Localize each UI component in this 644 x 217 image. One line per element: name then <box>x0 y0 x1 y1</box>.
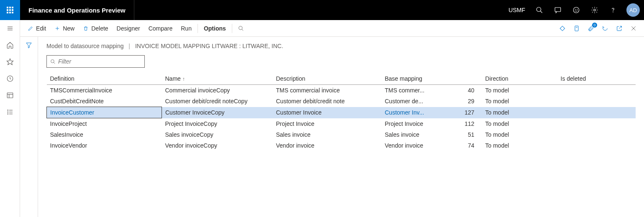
cell-is_deleted[interactable] <box>557 129 636 140</box>
popout-button[interactable] <box>612 22 626 35</box>
run-button[interactable]: Run <box>177 22 196 35</box>
options-button[interactable]: Options <box>200 22 230 35</box>
cell-is_deleted[interactable] <box>557 96 636 107</box>
column-header-description[interactable]: Description <box>273 73 382 85</box>
table-row[interactable]: SalesInvoiceSales invoiceCopySales invoi… <box>47 129 636 140</box>
quick-filter[interactable] <box>46 55 145 68</box>
column-header-name[interactable]: Name↑ <box>162 73 273 85</box>
cell-direction[interactable]: To model <box>482 118 557 130</box>
cell-description[interactable]: Project Invoice <box>273 118 382 130</box>
cell-base_mapping[interactable]: Project Invoice <box>382 118 453 130</box>
cell-name[interactable]: Sales invoiceCopy <box>162 129 273 140</box>
cell-num[interactable]: 127 <box>453 107 482 118</box>
refresh-icon <box>602 25 608 32</box>
delete-label: Delete <box>91 25 108 32</box>
cell-direction[interactable]: To model <box>482 107 557 118</box>
feedback-button[interactable] <box>567 0 585 20</box>
cell-direction[interactable]: To model <box>482 96 557 107</box>
sort-asc-icon: ↑ <box>182 76 185 82</box>
list-icon <box>6 108 14 116</box>
delete-button[interactable]: Delete <box>79 22 112 35</box>
nav-modules-button[interactable] <box>0 104 20 120</box>
nav-favorites-button[interactable] <box>0 54 20 70</box>
nav-workspaces-button[interactable] <box>0 87 20 104</box>
page-options-button[interactable] <box>570 22 584 35</box>
column-header-direction[interactable]: Direction <box>482 73 557 85</box>
cell-num[interactable]: 112 <box>453 118 482 130</box>
action-search-button[interactable] <box>234 22 248 35</box>
table-row[interactable]: TMSCommercialInvoiceCommercial invoiceCo… <box>47 85 636 96</box>
quick-filter-input[interactable] <box>58 58 141 65</box>
cell-direction[interactable]: To model <box>482 129 557 140</box>
cell-num[interactable]: 51 <box>453 129 482 140</box>
cell-description[interactable]: Sales invoice <box>273 129 382 140</box>
nav-recent-button[interactable] <box>0 70 20 87</box>
cell-base_mapping[interactable]: Vendor invoice <box>382 140 453 151</box>
refresh-button[interactable] <box>598 22 612 35</box>
cell-name[interactable]: Project InvoiceCopy <box>162 118 273 130</box>
search-button[interactable] <box>530 0 549 20</box>
cell-num[interactable]: 29 <box>453 96 482 107</box>
cell-name[interactable]: Customer InvoiceCopy <box>162 107 273 118</box>
close-button[interactable] <box>626 22 641 35</box>
svg-point-5 <box>577 9 577 10</box>
table-row[interactable]: InvoiceVendorVendor invoiceCopyVendor in… <box>47 140 636 151</box>
compare-button[interactable]: Compare <box>144 22 177 35</box>
edit-button[interactable]: Edit <box>23 22 50 35</box>
cell-description[interactable]: TMS commercial invoice <box>273 85 382 96</box>
cell-definition[interactable]: CustDebitCreditNote <box>47 96 162 107</box>
table-row[interactable]: InvoiceProjectProject InvoiceCopyProject… <box>47 118 636 130</box>
filter-pane-toggle[interactable] <box>26 42 32 217</box>
designer-label: Designer <box>117 25 140 32</box>
cell-definition[interactable]: InvoiceVendor <box>47 140 162 151</box>
user-avatar[interactable]: AD <box>626 3 640 17</box>
close-icon <box>630 25 637 32</box>
nav-expand-button[interactable] <box>0 20 20 37</box>
cell-description[interactable]: Customer Invoice <box>273 107 382 118</box>
cell-definition[interactable]: TMSCommercialInvoice <box>47 85 162 96</box>
cell-num[interactable]: 40 <box>453 85 482 96</box>
action-pane: Edit New Delete Designer Compare Run Opt… <box>20 20 644 37</box>
help-button[interactable] <box>604 0 622 20</box>
svg-rect-27 <box>575 26 578 31</box>
column-header-is-deleted[interactable]: Is deleted <box>557 73 636 85</box>
cell-base_mapping[interactable]: Sales invoice <box>382 129 453 140</box>
cell-is_deleted[interactable] <box>557 140 636 151</box>
cell-definition[interactable]: InvoiceCustomer <box>47 107 162 118</box>
cell-definition[interactable]: SalesInvoice <box>47 129 162 140</box>
options-label: Options <box>204 25 226 32</box>
cell-definition[interactable]: InvoiceProject <box>47 118 162 130</box>
cell-name[interactable]: Commercial invoiceCopy <box>162 85 273 96</box>
legal-entity-label[interactable]: USMF <box>503 7 530 13</box>
svg-line-1 <box>540 11 542 13</box>
cell-is_deleted[interactable] <box>557 118 636 130</box>
cell-base_mapping[interactable]: TMS commer... <box>382 85 453 96</box>
new-button[interactable]: New <box>50 22 79 35</box>
attachments-button[interactable]: 0 <box>584 22 598 35</box>
cell-description[interactable]: Customer debit/credit note <box>273 96 382 107</box>
cell-description[interactable]: Vendor invoice <box>273 140 382 151</box>
messages-button[interactable] <box>549 0 567 20</box>
cell-base_mapping[interactable]: Customer Inv... <box>382 107 453 118</box>
cell-num[interactable]: 74 <box>453 140 482 151</box>
svg-point-20 <box>8 112 8 112</box>
cell-name[interactable]: Customer debit/credit noteCopy <box>162 96 273 107</box>
cell-base_mapping[interactable]: Customer de... <box>382 96 453 107</box>
column-header-base-mapping[interactable]: Base mapping <box>382 73 482 85</box>
cell-is_deleted[interactable] <box>557 107 636 118</box>
table-row[interactable]: CustDebitCreditNoteCustomer debit/credit… <box>47 96 636 107</box>
app-title: Finance and Operations Preview <box>20 0 134 20</box>
cell-is_deleted[interactable] <box>557 85 636 96</box>
personalize-button[interactable] <box>555 22 570 35</box>
nav-home-button[interactable] <box>0 37 20 54</box>
cell-name[interactable]: Vendor invoiceCopy <box>162 140 273 151</box>
column-header-definition[interactable]: Definition <box>47 73 162 85</box>
table-row[interactable]: InvoiceCustomerCustomer InvoiceCopyCusto… <box>47 107 636 118</box>
mapping-grid: Definition Name↑ Description Base mappin… <box>46 73 636 217</box>
cell-direction[interactable]: To model <box>482 140 557 151</box>
app-launcher-button[interactable] <box>0 0 20 20</box>
designer-button[interactable]: Designer <box>113 22 144 35</box>
settings-button[interactable] <box>585 0 604 20</box>
action-separator <box>198 24 198 33</box>
cell-direction[interactable]: To model <box>482 85 557 96</box>
